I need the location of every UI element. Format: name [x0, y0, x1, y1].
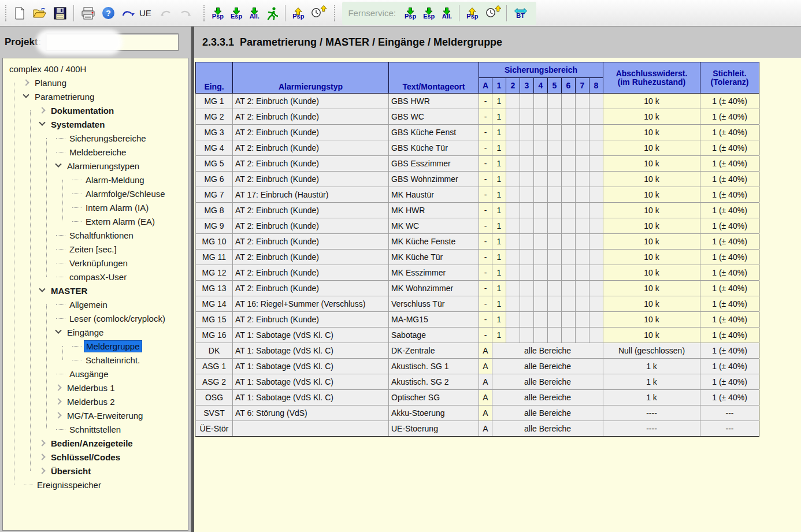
stichleitung-cell[interactable]: 1 (± 40%) — [700, 250, 759, 265]
bereich-1-cell[interactable]: 1 — [492, 312, 506, 328]
chevron-right-icon[interactable] — [55, 398, 61, 404]
bereich-3-cell[interactable] — [520, 140, 534, 156]
tree-item-compasx-user[interactable]: compasX-User — [3, 270, 188, 284]
alle-bereiche-cell[interactable]: alle Bereiche — [492, 359, 603, 374]
bereich-8-cell[interactable] — [589, 203, 603, 218]
new-file-button[interactable] — [11, 2, 28, 24]
ue-transfer-button[interactable]: UE — [118, 2, 155, 24]
tree-item-meldebereiche[interactable]: Meldebereiche — [3, 145, 188, 159]
bereich-8-cell[interactable] — [589, 328, 603, 343]
text-montageort-cell[interactable]: UE-Stoerung — [389, 421, 479, 437]
help-button[interactable]: ? — [99, 2, 117, 24]
alarmierungstyp-cell[interactable]: AT 2: Einbruch (Kunde) — [233, 218, 389, 234]
bereich-5-cell[interactable] — [548, 94, 562, 109]
bereich-5-cell[interactable] — [548, 281, 562, 296]
bereich-2-cell[interactable] — [506, 140, 520, 156]
bereich-6-cell[interactable] — [562, 234, 576, 250]
bereich-a-cell[interactable]: A — [479, 405, 492, 421]
bereich-a-cell[interactable]: A — [479, 421, 492, 437]
bereich-3-cell[interactable] — [520, 109, 534, 125]
bereich-2-cell[interactable] — [506, 328, 520, 343]
tree-item-label[interactable]: Melderbus 2 — [65, 396, 117, 407]
bereich-1-cell[interactable]: 1 — [492, 109, 506, 125]
toolbar-grip[interactable] — [203, 5, 206, 21]
tree-item-label[interactable]: Schlüssel/Codes — [49, 452, 122, 463]
tree-item-label[interactable]: Übersicht — [49, 466, 92, 477]
eing-cell[interactable]: MG 16 — [196, 328, 233, 343]
text-montageort-cell[interactable]: MK Haustür — [389, 187, 479, 203]
bereich-8-cell[interactable] — [589, 94, 603, 109]
bereich-8-cell[interactable] — [589, 172, 603, 187]
tree-item-label[interactable]: Eingänge — [65, 327, 105, 338]
tree-item-label[interactable]: Bedien/Anzeigeteile — [49, 438, 135, 449]
timed-upload-button[interactable] — [308, 2, 328, 24]
alarmierungstyp-cell[interactable]: AT 16: Riegel+Summer (Verschluss) — [233, 296, 389, 312]
col-header-sb-1[interactable]: 1 — [492, 78, 506, 94]
bereich-3-cell[interactable] — [520, 281, 534, 296]
tree-item-label[interactable]: Verknüpfungen — [68, 258, 129, 269]
stichleitung-cell[interactable]: 1 (± 40%) — [700, 140, 759, 156]
bereich-8-cell[interactable] — [589, 156, 603, 172]
alarmierungstyp-cell[interactable]: AT 1: Sabotage (VdS Kl. C) — [233, 328, 389, 343]
text-montageort-cell[interactable]: GBS Wohnzimmer — [389, 172, 479, 187]
bereich-7-cell[interactable] — [576, 281, 589, 296]
bereich-a-cell[interactable]: - — [479, 281, 492, 296]
col-header-text-montageort[interactable]: Text/Montageort — [389, 62, 479, 94]
save-button[interactable] — [51, 2, 69, 24]
bereich-4-cell[interactable] — [534, 203, 548, 218]
tree-item-alarmierungstypen[interactable]: Alarmierungstypen — [3, 159, 188, 173]
bereich-4-cell[interactable] — [534, 218, 548, 234]
bereich-5-cell[interactable] — [548, 328, 562, 343]
bereich-1-cell[interactable]: 1 — [492, 140, 506, 156]
text-montageort-cell[interactable]: GBS Küche Fenst — [389, 125, 479, 140]
bereich-5-cell[interactable] — [548, 312, 562, 328]
bereich-4-cell[interactable] — [534, 172, 548, 187]
bereich-4-cell[interactable] — [534, 125, 548, 140]
text-montageort-cell[interactable]: MK Küche Tür — [389, 250, 479, 265]
bereich-6-cell[interactable] — [562, 125, 576, 140]
bereich-5-cell[interactable] — [548, 218, 562, 234]
bereich-6-cell[interactable] — [562, 187, 576, 203]
col-header-sb-2[interactable]: 2 — [506, 78, 520, 94]
bereich-2-cell[interactable] — [506, 172, 520, 187]
col-header-sicherungsbereich[interactable]: Sicherungsbereich — [479, 62, 603, 78]
bereich-4-cell[interactable] — [534, 140, 548, 156]
bereich-4-cell[interactable] — [534, 312, 548, 328]
bereich-7-cell[interactable] — [576, 312, 589, 328]
bereich-2-cell[interactable] — [506, 125, 520, 140]
eing-cell[interactable]: ÜE-Stör — [196, 421, 233, 437]
alarmierungstyp-cell[interactable]: AT 17: Einbruch (Haustür) — [233, 187, 389, 203]
bereich-2-cell[interactable] — [506, 296, 520, 312]
text-montageort-cell[interactable]: Optischer SG — [389, 390, 479, 405]
bereich-4-cell[interactable] — [534, 187, 548, 203]
bereich-8-cell[interactable] — [589, 250, 603, 265]
tree-item-melderbus-1[interactable]: Melderbus 1 — [3, 381, 188, 395]
bereich-3-cell[interactable] — [520, 312, 534, 328]
eing-cell[interactable]: ASG 2 — [196, 374, 233, 390]
bereich-3-cell[interactable] — [520, 187, 534, 203]
undo-button[interactable] — [157, 2, 175, 24]
bereich-8-cell[interactable] — [589, 265, 603, 281]
text-montageort-cell[interactable]: DK-Zentrale — [389, 343, 479, 359]
alarmierungstyp-cell[interactable] — [233, 421, 389, 437]
bereich-1-cell[interactable]: 1 — [492, 250, 506, 265]
bereich-2-cell[interactable] — [506, 234, 520, 250]
alarmierungstyp-cell[interactable]: AT 1: Sabotage (VdS Kl. C) — [233, 359, 389, 374]
text-montageort-cell[interactable]: MK Küche Fenste — [389, 234, 479, 250]
tree-item-complex-400-400h[interactable]: complex 400 / 400H — [3, 62, 188, 76]
tree-item-label[interactable]: complex 400 / 400H — [8, 64, 88, 75]
bereich-6-cell[interactable] — [562, 156, 576, 172]
bereich-6-cell[interactable] — [562, 250, 576, 265]
bereich-1-cell[interactable]: 1 — [492, 203, 506, 218]
col-header-eing[interactable]: Eing. — [196, 62, 233, 94]
eing-cell[interactable]: MG 4 — [196, 140, 233, 156]
text-montageort-cell[interactable]: MK Esszimmer — [389, 265, 479, 281]
stichleitung-cell[interactable]: 1 (± 40%) — [700, 156, 759, 172]
all-download-button[interactable]: All. — [246, 2, 262, 24]
col-header-alarmierungstyp[interactable]: Alarmierungstyp — [233, 62, 389, 94]
text-montageort-cell[interactable]: Verschluss Tür — [389, 296, 479, 312]
bereich-5-cell[interactable] — [548, 156, 562, 172]
stichleitung-cell[interactable]: 1 (± 40%) — [700, 296, 759, 312]
bereich-6-cell[interactable] — [562, 140, 576, 156]
tree-item-verkn-pfungen[interactable]: Verknüpfungen — [3, 256, 188, 270]
